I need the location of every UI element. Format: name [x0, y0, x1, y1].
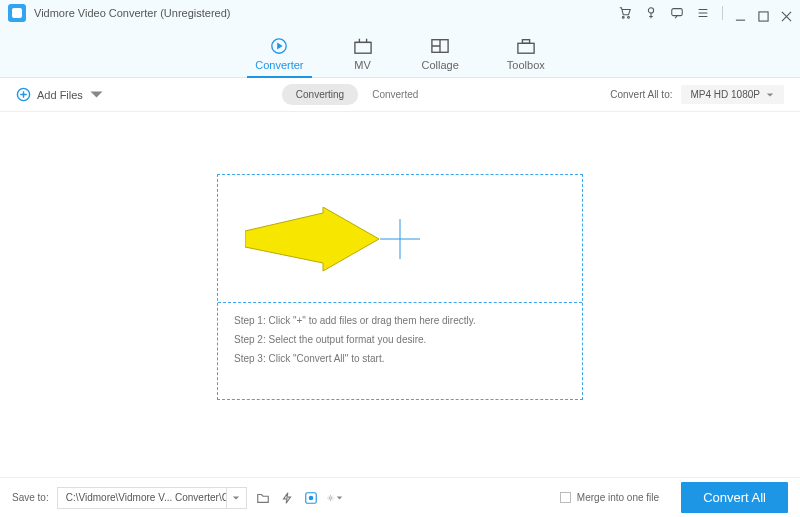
checkbox-icon [560, 492, 571, 503]
maximize-icon[interactable] [758, 8, 769, 19]
tab-mv-label: MV [354, 59, 371, 71]
svg-rect-8 [518, 43, 534, 53]
tab-collage-label: Collage [422, 59, 459, 71]
settings-gear-icon[interactable] [327, 490, 343, 506]
add-files-label: Add Files [37, 89, 83, 101]
convert-all-to-label: Convert All to: [610, 89, 672, 100]
merge-label: Merge into one file [577, 492, 659, 503]
high-speed-icon[interactable] [303, 490, 319, 506]
save-path-value: C:\Vidmore\Vidmore V... Converter\Conver… [58, 492, 226, 503]
chevron-down-icon [336, 491, 343, 505]
toolbar: Add Files Converting Converted Convert A… [0, 78, 800, 112]
merge-checkbox[interactable]: Merge into one file [560, 492, 659, 503]
chevron-down-icon [232, 494, 240, 502]
menu-icon[interactable] [696, 6, 710, 20]
title-right-cluster [618, 6, 792, 20]
minimize-icon[interactable] [735, 8, 746, 19]
subtab-converting[interactable]: Converting [282, 84, 358, 105]
main-area: Step 1: Click "+" to add files or drag t… [0, 112, 800, 477]
tab-toolbox[interactable]: Toolbox [507, 37, 545, 77]
output-format-select[interactable]: MP4 HD 1080P [681, 85, 784, 104]
add-plus-icon[interactable] [380, 219, 420, 259]
drop-zone-steps: Step 1: Click "+" to add files or drag t… [218, 303, 582, 376]
output-format-value: MP4 HD 1080P [691, 89, 760, 100]
drop-zone[interactable]: Step 1: Click "+" to add files or drag t… [217, 174, 583, 400]
svg-point-0 [622, 17, 624, 19]
save-to-label: Save to: [12, 492, 49, 503]
gpu-accel-icon[interactable] [279, 490, 295, 506]
svg-rect-6 [354, 42, 370, 53]
chevron-down-icon [89, 87, 104, 102]
convert-all-to: Convert All to: MP4 HD 1080P [610, 85, 784, 104]
step-2: Step 2: Select the output format you des… [234, 334, 566, 345]
close-icon[interactable] [781, 8, 792, 19]
tab-collage[interactable]: Collage [422, 37, 459, 77]
svg-rect-3 [672, 9, 683, 16]
subtabs: Converting Converted [282, 84, 433, 105]
title-bar: Vidmore Video Converter (Unregistered) [0, 0, 800, 26]
step-3: Step 3: Click "Convert All" to start. [234, 353, 566, 364]
svg-rect-4 [759, 11, 768, 20]
svg-point-13 [309, 496, 313, 500]
tab-converter-label: Converter [255, 59, 303, 71]
separator [722, 6, 723, 20]
cart-icon[interactable] [618, 6, 632, 20]
drop-zone-top[interactable] [218, 175, 582, 303]
add-files-button[interactable]: Add Files [16, 87, 104, 102]
step-1: Step 1: Click "+" to add files or drag t… [234, 315, 566, 326]
tab-toolbox-label: Toolbox [507, 59, 545, 71]
chevron-down-icon [766, 91, 774, 99]
convert-all-button[interactable]: Convert All [681, 482, 788, 513]
save-path-field[interactable]: C:\Vidmore\Vidmore V... Converter\Conver… [57, 487, 247, 509]
tab-mv[interactable]: MV [352, 37, 374, 77]
svg-point-2 [648, 8, 653, 13]
main-tabs: Converter MV Collage Toolbox [0, 26, 800, 78]
key-icon[interactable] [644, 6, 658, 20]
open-folder-icon[interactable] [255, 490, 271, 506]
footer: Save to: C:\Vidmore\Vidmore V... Convert… [0, 477, 800, 517]
app-logo-icon [8, 4, 26, 22]
window-title: Vidmore Video Converter (Unregistered) [34, 7, 230, 19]
svg-rect-9 [522, 40, 529, 44]
feedback-icon[interactable] [670, 6, 684, 20]
subtab-converted[interactable]: Converted [358, 84, 432, 105]
svg-point-1 [628, 17, 630, 19]
save-path-dropdown[interactable] [226, 488, 246, 508]
svg-point-14 [329, 496, 331, 498]
tab-converter[interactable]: Converter [255, 37, 303, 77]
